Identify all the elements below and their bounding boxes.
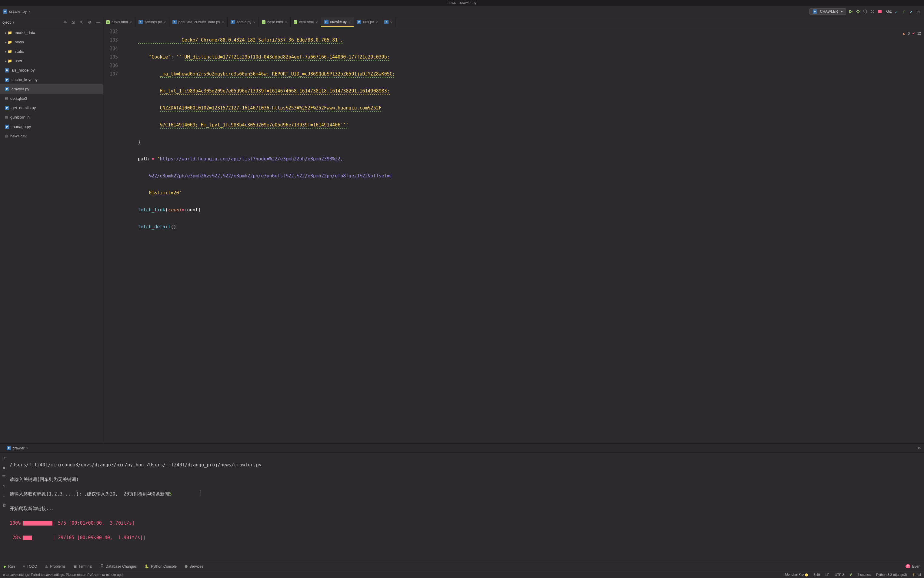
chevron-down-icon[interactable]: ▾	[13, 20, 15, 24]
close-icon[interactable]: ×	[26, 446, 29, 450]
gear-icon[interactable]: ⚙	[88, 20, 92, 24]
tree-file[interactable]: Pget_details.py	[0, 103, 103, 112]
todo-tool-button[interactable]: ≡TODO	[23, 564, 37, 568]
theme-indicator[interactable]: Monokai Pro	[785, 573, 808, 576]
print-icon[interactable]: ⎙	[3, 484, 5, 489]
close-icon[interactable]: ×	[376, 20, 378, 24]
run-configuration-selector[interactable]: P CRAWLER ▾	[809, 8, 846, 15]
editor-tab[interactable]: Hnews.html×	[103, 17, 136, 27]
close-icon[interactable]: ×	[316, 20, 318, 24]
editor-tab[interactable]: Hitem.html×	[291, 17, 321, 27]
tree-folder[interactable]: ▸ 📁static	[0, 47, 103, 56]
main-split: oject ▾ ◎ ⇲ ⇱ ⚙ — ▸ 📁model_data ▸ 📁news …	[0, 17, 924, 443]
rerun-icon[interactable]: ⟳	[2, 456, 6, 460]
python-console-tool-button[interactable]: 🐍Python Console	[144, 564, 177, 568]
html-file-icon: H	[262, 20, 265, 24]
editor-tab[interactable]: Pv	[381, 17, 395, 27]
hide-icon[interactable]: —	[96, 20, 100, 24]
layout-icon[interactable]: ☰	[2, 474, 6, 479]
event-log-button[interactable]: 2 Even	[906, 564, 920, 568]
download-icon[interactable]: ⇩	[3, 494, 5, 498]
run-tab[interactable]: P crawler ×	[3, 444, 32, 453]
services-tool-button[interactable]: ⬢Services	[184, 564, 203, 568]
tree-file-selected[interactable]: Pcrawler.py	[0, 84, 103, 94]
close-icon[interactable]: ×	[130, 20, 132, 24]
chevron-right-icon: ›	[29, 9, 30, 14]
cursor-position[interactable]: 6:49	[813, 573, 820, 576]
tree-file[interactable]: ▤db.sqlite3	[0, 94, 103, 103]
tree-folder[interactable]: ▸ 📁model_data	[0, 28, 103, 37]
profile-button-icon[interactable]	[870, 9, 875, 14]
button-label: Problems	[50, 564, 65, 568]
coverage-button-icon[interactable]	[863, 9, 868, 14]
close-icon[interactable]: ×	[163, 20, 166, 24]
tree-folder[interactable]: ▸ 📁news	[0, 37, 103, 47]
project-tree[interactable]: ▸ 📁model_data ▸ 📁news ▸ 📁static ▸ 📁user …	[0, 27, 103, 443]
warning-icon: ⚠	[45, 564, 48, 568]
tree-file[interactable]: ▤news.csv	[0, 131, 103, 141]
vcs-update-icon[interactable]: ↙	[894, 9, 899, 14]
editor-tab-active[interactable]: Pcrawler.py×	[321, 17, 354, 27]
event-count-badge: 2	[906, 564, 910, 568]
editor-tab[interactable]: Purls.py×	[354, 17, 381, 27]
weak-warning-icon: ✔	[912, 29, 915, 37]
code-editor[interactable]: ▲3 ✔12 102 103 104 105 106 107 Gecko/ Ch…	[103, 27, 924, 443]
close-icon[interactable]: ×	[222, 20, 224, 24]
terminal-icon: ▣	[73, 564, 77, 568]
debug-button-icon[interactable]	[855, 9, 861, 14]
trash-icon[interactable]: 🗑	[2, 503, 6, 507]
progress-bar-fill	[23, 536, 32, 540]
tree-label: cache_keys.py	[11, 77, 37, 82]
tree-label: crawler.py	[11, 87, 29, 91]
run-button-icon[interactable]	[848, 9, 853, 14]
editor-tab[interactable]: Hbase.html×	[259, 17, 291, 27]
breadcrumb[interactable]: P crawler.py ›	[3, 9, 30, 14]
expand-icon[interactable]: ⇲	[71, 20, 75, 24]
editor-area: Hnews.html× Psettings.py× Ppopulate_craw…	[103, 17, 924, 443]
terminal-tool-button[interactable]: ▣Terminal	[73, 564, 92, 568]
tree-folder[interactable]: ▸ 📁user	[0, 56, 103, 65]
play-icon: ▶	[4, 564, 6, 568]
code-token: CNZZDATA1000010102=1231572127-1614671036…	[160, 105, 382, 111]
git-branch-indicator[interactable]: ᛘ mai	[913, 573, 921, 576]
gear-icon[interactable]: ⚙	[918, 446, 921, 450]
stop-icon[interactable]: ■	[3, 465, 5, 470]
warning-icon: ▲	[902, 29, 906, 37]
progress-stats: 5/5 [00:01<00:00, 3.70it/s]	[55, 520, 134, 526]
tree-file[interactable]: Pcache_keys.py	[0, 75, 103, 84]
services-icon: ⬢	[184, 564, 188, 568]
vcs-push-icon[interactable]: ↗	[908, 9, 914, 14]
svg-point-0	[857, 10, 859, 13]
editor-tab[interactable]: Psettings.py×	[136, 17, 169, 27]
inspection-badge[interactable]: ▲3 ✔12	[902, 29, 921, 37]
problems-tool-button[interactable]: ⚠Problems	[45, 564, 65, 568]
close-icon[interactable]: ×	[348, 20, 351, 24]
file-encoding[interactable]: UTF-8	[835, 573, 844, 576]
close-icon[interactable]: ×	[253, 20, 256, 24]
code-token: fetch_link	[138, 207, 165, 213]
vcs-commit-icon[interactable]: ✓	[901, 9, 906, 14]
stop-button-icon[interactable]	[877, 9, 882, 14]
tab-label: base.html	[267, 20, 283, 24]
python-file-icon: P	[384, 20, 388, 24]
code-content[interactable]: Gecko/ Chrome/88.0.4324.182 Safari/537.3…	[123, 27, 924, 443]
locate-icon[interactable]: ◎	[63, 20, 67, 24]
close-icon[interactable]: ×	[285, 20, 287, 24]
progress-stats: 29/105 [00:09<00:40, 1.90it/s]	[55, 535, 143, 541]
indent-indicator[interactable]: 4 spaces	[857, 573, 871, 576]
python-file-icon: P	[5, 125, 9, 129]
tree-file[interactable]: ▤gunicorn.ini	[0, 112, 103, 122]
vcs-history-icon[interactable]: ◷	[916, 9, 921, 14]
run-console[interactable]: /Users/fjl2401/miniconda3/envs/django3/b…	[8, 453, 924, 562]
run-tool-button[interactable]: ▶Run	[4, 564, 15, 568]
editor-tab[interactable]: Ppopulate_crawler_data.py×	[169, 17, 228, 27]
database-changes-tool-button[interactable]: 🗄Database Changes	[100, 564, 137, 568]
tree-file[interactable]: Pmanage.py	[0, 122, 103, 131]
editor-tab[interactable]: Padmin.py×	[228, 17, 259, 27]
line-separator[interactable]: LF	[825, 573, 829, 576]
collapse-icon[interactable]: ⇱	[80, 20, 83, 24]
vim-indicator-icon[interactable]: V	[850, 573, 852, 576]
interpreter-indicator[interactable]: Python 3.8 (django3)	[876, 573, 907, 576]
code-token: =	[182, 207, 184, 213]
tree-file[interactable]: Pals_model.py	[0, 65, 103, 75]
